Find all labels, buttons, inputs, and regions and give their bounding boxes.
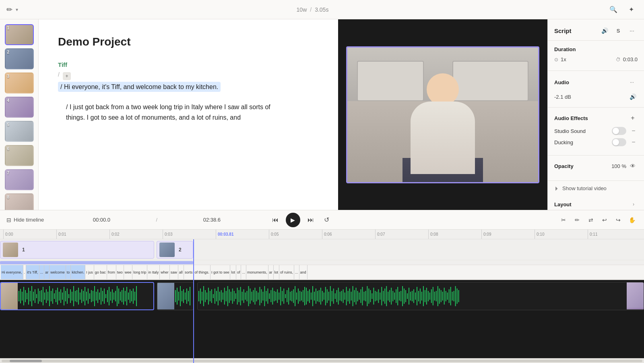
chevron-icon[interactable]: ▾ [16,7,18,12]
hand-tool-button[interactable]: ✋ [626,214,638,226]
undo-button[interactable]: ↩ [599,214,610,226]
caption-word-23: ... [241,265,246,279]
svg-rect-192 [372,293,372,299]
svg-rect-164 [327,289,328,303]
svg-rect-107 [235,293,236,299]
thumb-num-1: 1 [7,26,10,30]
loop-button[interactable]: ↺ [321,214,332,226]
thumbnail-4[interactable]: 4 [5,97,34,118]
pen-tool-button[interactable]: ✏ [572,214,583,226]
ruler-marks: 0:00 0:01 0:02 0:03 00:03.81 0:05 0:06 0… [0,230,644,239]
pen-icon[interactable]: ✏ [6,5,12,14]
play-button[interactable]: ▶ [286,213,300,227]
caption-word-13: long trip [132,265,147,279]
studio-sound-minus[interactable]: − [630,127,638,135]
topbar-left: ✏ ▾ [6,5,18,14]
timeline-ruler: 0:00 0:01 0:02 0:03 00:03.81 0:05 0:06 0… [0,230,644,239]
clip-2-label: 2 [179,247,182,253]
svg-rect-65 [123,288,124,305]
svg-rect-52 [102,291,103,301]
svg-rect-101 [226,291,227,301]
slash-row: / + [58,71,319,80]
right-panel-title: Script [554,27,596,34]
svg-rect-114 [247,291,248,301]
svg-rect-142 [291,291,292,301]
cut-tool-button[interactable]: ✂ [558,214,569,226]
svg-rect-22 [54,293,55,299]
clock-icon: ⏱ [616,57,621,62]
opacity-eye-button[interactable]: 👁 [628,161,638,171]
svg-rect-145 [296,292,297,300]
svg-rect-102 [227,286,228,306]
thumbnail-3[interactable]: 3 [5,73,34,93]
svg-rect-87 [203,286,204,306]
audio-effects-header: Audio Effects + [554,113,638,123]
ducking-toggle[interactable] [612,138,626,146]
subtitle-bar-row [0,260,644,265]
svg-rect-197 [380,292,380,300]
svg-rect-190 [368,288,369,304]
svg-rect-231 [434,292,435,301]
ripple-tool-button[interactable]: ⇄ [585,214,597,226]
svg-rect-20 [51,291,52,301]
search-button[interactable]: 🔍 [607,3,620,16]
script-block-1: / + / Hi everyone, it's Tiff, and welcom… [58,71,319,92]
svg-rect-28 [64,287,64,305]
waveform-clip-3[interactable] [197,282,644,310]
audio-more-button[interactable]: ··· [626,77,638,88]
video-clip-2[interactable]: 2 [157,241,193,259]
svg-rect-148 [301,292,302,301]
svg-rect-69 [130,289,130,303]
audio-effects-add-button[interactable]: + [628,113,638,123]
waveform-clip-2[interactable] [157,282,194,310]
waveform-clip-1[interactable] [0,282,154,310]
slash-icon: / [58,71,60,78]
svg-rect-167 [332,291,332,301]
svg-rect-34 [73,286,74,306]
waveform-thumb-left-2 [157,283,174,309]
video-panel [338,19,547,210]
s-button[interactable]: S [613,25,624,36]
waveform-svg-1 [18,283,138,309]
more-options-button[interactable]: ··· [626,25,638,36]
video-clip-1[interactable]: 1 [0,241,154,259]
scrollbar-thumb[interactable] [10,360,42,362]
svg-rect-208 [397,287,398,305]
tutorial-row[interactable]: ⏵ Show tutorial video [548,181,644,195]
svg-rect-168 [333,288,334,304]
skip-forward-button[interactable]: ⏭ [305,214,316,226]
thumbnail-2[interactable]: 2 [5,48,34,69]
speed-display: 10w [297,6,307,13]
script-editor[interactable]: Demo Project Tiff / + / Hi everyone, it'… [39,19,338,210]
svg-rect-49 [97,289,98,303]
svg-rect-194 [375,291,376,301]
caption-word-29: and [299,265,308,279]
volume-button[interactable]: 🔊 [628,92,638,102]
layout-expand-button[interactable]: › [630,200,638,208]
thumbnail-8[interactable]: 8 [5,193,34,210]
svg-rect-45 [91,290,92,302]
ducking-minus[interactable]: − [630,138,638,146]
svg-rect-90 [208,288,209,305]
hide-timeline-button[interactable]: ⊟ Hide timeline [6,217,44,223]
timeline-scrollbar[interactable] [0,358,644,363]
caption-word-8: I jus [85,265,94,279]
skip-back-button[interactable]: ⏮ [270,214,281,226]
svg-rect-103 [229,289,230,303]
studio-sound-toggle[interactable] [612,127,626,135]
caption-word-17: all [178,265,184,279]
tutorial-play-icon: ⏵ [554,185,560,191]
svg-rect-23 [56,290,56,302]
thumbnail-7[interactable]: 7 [5,169,34,190]
thumbnail-6[interactable]: 6 [5,145,34,166]
speaker-name: Tiff [58,61,319,68]
magic-button[interactable]: ✦ [625,3,638,16]
svg-rect-188 [365,291,366,301]
thumbnail-1[interactable]: 1 [5,24,34,45]
add-block-button[interactable]: + [63,72,71,80]
svg-rect-156 [314,292,315,301]
redo-button[interactable]: ↪ [613,214,624,226]
svg-rect-50 [99,292,100,300]
volume-icon-header[interactable]: 🔊 [599,25,610,36]
thumbnail-5[interactable]: 5 [5,121,34,142]
